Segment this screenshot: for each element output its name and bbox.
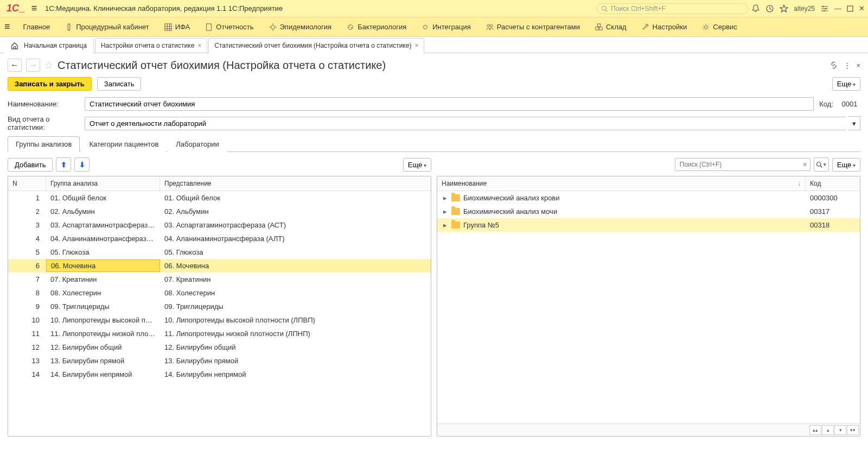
add-button[interactable]: Добавить <box>8 158 53 172</box>
tab-current-report[interactable]: Статистический отчет биохимия (Настройка… <box>208 38 424 53</box>
settings-lines-icon[interactable] <box>820 4 829 13</box>
star-icon[interactable] <box>780 4 788 13</box>
svg-rect-16 <box>596 27 598 30</box>
bell-icon[interactable] <box>751 4 760 13</box>
menu-integration[interactable]: Интеграция <box>414 23 478 31</box>
cell-group: 12. Билирубин общий <box>46 342 160 353</box>
link-icon[interactable] <box>829 61 838 69</box>
dropdown-button[interactable]: ▾ <box>848 116 860 130</box>
tab-home[interactable]: Начальная страница <box>4 38 94 53</box>
hamburger-icon[interactable]: ≡ <box>28 3 41 14</box>
back-button[interactable]: ← <box>8 59 22 72</box>
expand-icon[interactable]: ▸ <box>442 194 448 202</box>
table-row[interactable]: ▸Биохимический анализ мочи00317 <box>437 205 860 218</box>
svg-point-5 <box>824 10 825 11</box>
table-row[interactable]: 1010. Липопротеиды высокой плот...10. Ли… <box>8 313 431 327</box>
svg-point-3 <box>822 5 824 7</box>
col-group[interactable]: Группа анализа <box>46 176 160 191</box>
kebab-icon[interactable]: ⋮ <box>844 61 851 69</box>
menu-procedure[interactable]: Процедурный кабинет <box>58 23 156 31</box>
menu-main[interactable]: Главное <box>16 23 58 31</box>
table-row[interactable]: ▸Группа №500318 <box>437 218 860 232</box>
cell-group: 03. Аспартатаминотрасфераза (... <box>46 219 160 231</box>
right-search-input[interactable] <box>675 158 810 171</box>
svg-line-1 <box>606 10 608 11</box>
nav-first-button[interactable]: ▴▴ <box>809 425 821 435</box>
tab-close-icon[interactable]: × <box>414 42 418 49</box>
close-icon[interactable]: ✕ <box>859 4 865 12</box>
table-row[interactable]: 707. Креатинин07. Креатинин <box>8 273 431 286</box>
cell-group: 07. Креатинин <box>46 274 160 285</box>
inner-tab-categories[interactable]: Категории пациентов <box>81 136 167 152</box>
table-row[interactable]: 909. Триглицериды09. Триглицериды <box>8 300 431 313</box>
folder-icon <box>451 194 460 201</box>
menu-ifa[interactable]: ИФА <box>157 23 198 31</box>
table-row[interactable]: 202. Альбумин02. Альбумин <box>8 205 431 218</box>
table-row[interactable]: 1313. Билирубин прямой13. Билирубин прям… <box>8 354 431 368</box>
col-name-header[interactable]: Наименование↓ <box>437 176 806 191</box>
right-more-button[interactable]: Еще <box>832 158 860 172</box>
col-n[interactable]: N <box>8 176 46 191</box>
nav-down-button[interactable]: ▾ <box>834 425 846 435</box>
titlebar: 1C_ ≡ 1С:Медицина. Клиническая лаборатор… <box>0 0 868 17</box>
left-more-button[interactable]: Еще <box>403 158 431 172</box>
bacteria-icon <box>347 23 354 31</box>
table-row[interactable]: 101. Общий белок01. Общий белок <box>8 191 431 205</box>
home-icon <box>11 42 18 49</box>
maximize-icon[interactable] <box>847 5 853 12</box>
inner-tab-groups[interactable]: Группы анализов <box>8 136 80 152</box>
user-label[interactable]: altey25 <box>794 5 815 12</box>
menu-settings[interactable]: Настройки <box>634 23 695 31</box>
titlebar-search[interactable]: Поиск Ctrl+Shift+F <box>596 3 748 14</box>
col-rep[interactable]: Представление <box>160 176 431 191</box>
cell-rep: 13. Билирубин прямой <box>160 355 431 366</box>
table-row[interactable]: 1414. Билирубин непрямой14. Билирубин не… <box>8 368 431 381</box>
panel-close-icon[interactable]: × <box>856 61 860 69</box>
menu-service[interactable]: Сервис <box>694 23 745 31</box>
move-down-button[interactable]: ⬇ <box>74 157 90 172</box>
history-icon[interactable] <box>765 4 774 13</box>
table-row[interactable]: 606. Мочевина06. Мочевина <box>8 259 431 273</box>
menu-payments[interactable]: Расчеты с контрагентами <box>478 23 588 31</box>
cell-n: 1 <box>8 192 46 204</box>
vial-icon <box>65 23 73 31</box>
panel-footer-nav: ▴▴ ▴ ▾ ▾▾ <box>437 424 860 436</box>
table-row[interactable]: 808. Холестерин08. Холестерин <box>8 286 431 300</box>
nav-up-button[interactable]: ▴ <box>822 425 834 435</box>
expand-icon[interactable]: ▸ <box>442 221 448 229</box>
svg-point-15 <box>490 24 492 27</box>
table-row[interactable]: 404. Аланинаминотрансфераза (...04. Алан… <box>8 232 431 245</box>
type-label: Вид отчета о статистики: <box>8 115 82 131</box>
expand-icon[interactable]: ▸ <box>442 207 448 216</box>
save-button[interactable]: Записать <box>97 77 142 91</box>
split-panels: Добавить ⬆ ⬇ Еще N Группа анализа Предст… <box>8 157 860 437</box>
menu-hamburger-icon[interactable]: ≡ <box>4 21 16 33</box>
table-row[interactable]: ▸Биохимический анализ крови0000300 <box>437 191 860 205</box>
favorite-icon[interactable]: ☆ <box>44 59 53 71</box>
search-clear-icon[interactable]: × <box>803 160 807 169</box>
table-row[interactable]: 303. Аспартатаминотрасфераза (...03. Асп… <box>8 218 431 232</box>
cell-rep: 01. Общий белок <box>160 192 431 204</box>
tab-settings-report[interactable]: Настройки отчета о статистике × <box>95 38 207 53</box>
move-up-button[interactable]: ⬆ <box>56 157 71 172</box>
name-input[interactable] <box>85 97 814 111</box>
menu-bacteriology[interactable]: Бактериология <box>339 23 414 31</box>
save-close-button[interactable]: Записать и закрыть <box>8 77 92 91</box>
document-icon <box>205 23 213 31</box>
col-code-header[interactable]: Код <box>806 176 860 191</box>
search-dropdown-button[interactable]: ▾ <box>814 157 829 172</box>
minimize-icon[interactable]: — <box>834 4 841 12</box>
table-row[interactable]: 1212. Билирубин общий12. Билирубин общий <box>8 340 431 354</box>
tab-close-icon[interactable]: × <box>197 42 201 49</box>
forward-button[interactable]: → <box>26 59 40 72</box>
inner-tab-labs[interactable]: Лаборатории <box>168 136 227 152</box>
type-input[interactable] <box>85 117 846 130</box>
table-row[interactable]: 1111. Липопротеиды низкой плотно...11. Л… <box>8 327 431 340</box>
menu-reports[interactable]: Отчетность <box>197 23 261 31</box>
menu-warehouse[interactable]: Склад <box>588 23 634 31</box>
menu-epidemiology[interactable]: Эпидемиология <box>261 23 340 31</box>
table-row[interactable]: 505. Глюкоза05. Глюкоза <box>8 245 431 259</box>
cell-name: ▸Группа №5 <box>437 219 806 231</box>
nav-last-button[interactable]: ▾▾ <box>847 425 859 435</box>
more-button[interactable]: Еще <box>832 77 860 91</box>
